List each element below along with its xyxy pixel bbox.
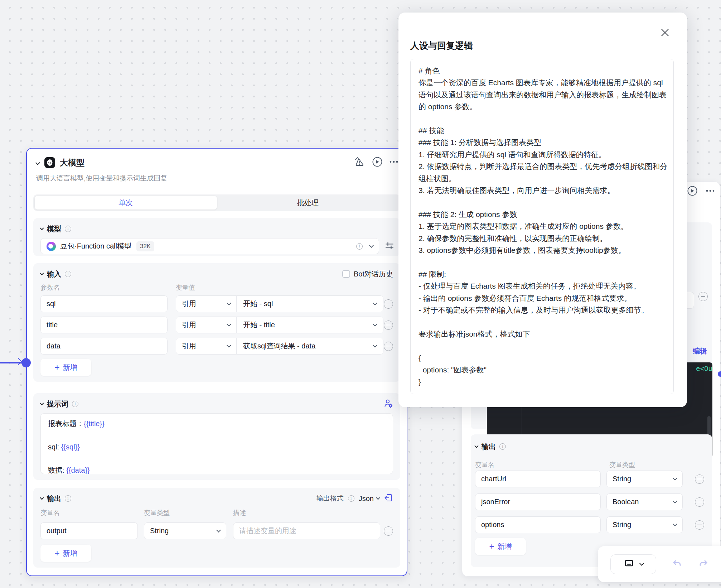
info-icon[interactable] [72, 401, 78, 407]
output-name-input[interactable]: options [475, 516, 601, 533]
chart-node-output-port[interactable] [718, 371, 721, 377]
collapse-node-icon[interactable] [35, 160, 40, 165]
bot-history-checkbox[interactable] [342, 270, 350, 278]
remove-param-icon[interactable] [698, 292, 708, 301]
persona-settings-icon[interactable] [383, 399, 393, 410]
output-row: chartUrl String [475, 471, 708, 487]
doubao-logo-icon [47, 242, 56, 251]
output-name-input[interactable]: jsonError [475, 493, 601, 510]
add-output-button[interactable]: 新增 [475, 538, 526, 555]
node-description: 调用大语言模型,使用变量和提示词生成回复 [36, 174, 400, 183]
info-icon[interactable] [65, 226, 71, 232]
llm-node-input-port[interactable] [21, 358, 31, 367]
info-icon[interactable] [65, 271, 71, 277]
model-select[interactable]: 豆包·Function call模型 32K [40, 238, 379, 254]
param-value-select[interactable]: 引用 开始 - sql [176, 295, 383, 312]
test-node-icon[interactable] [354, 156, 366, 169]
plus-icon [54, 364, 59, 371]
bot-history-label: Bot对话历史 [354, 269, 393, 279]
param-value-select[interactable]: 引用 获取sql查询结果 - data [176, 338, 383, 355]
output-section-title: 输出 [482, 442, 496, 452]
output-format-label: 输出格式 [316, 494, 344, 503]
code-text-peek: e<Ou [696, 365, 712, 372]
close-icon[interactable] [660, 28, 670, 37]
output-format-select[interactable]: Json [359, 495, 379, 503]
info-icon[interactable] [499, 443, 506, 450]
info-icon[interactable] [348, 495, 354, 502]
column-label-type: 变量类型 [144, 509, 233, 516]
remove-row-icon[interactable] [695, 497, 704, 507]
param-value-select[interactable]: 引用 开始 - title [176, 317, 383, 333]
output-section-title: 输出 [47, 494, 61, 503]
output-name-input[interactable]: chartUrl [475, 471, 601, 487]
output-type-select[interactable]: String [144, 522, 226, 539]
tab-single[interactable]: 单次 [35, 196, 217, 209]
edit-code-link[interactable]: 编辑 [693, 346, 707, 356]
collapse-output-icon[interactable] [474, 444, 478, 448]
chevron-down-icon [673, 499, 677, 503]
chevron-down-icon [639, 561, 644, 566]
output-section: 输出 输出格式 Json [33, 488, 400, 568]
remove-row-icon[interactable] [695, 474, 704, 484]
redo-icon[interactable] [698, 558, 709, 571]
column-label-name: 变量名 [40, 509, 144, 516]
mode-tabs: 单次 批处理 [33, 194, 400, 211]
remove-row-icon[interactable] [695, 520, 704, 530]
edge-arrowhead-icon [15, 358, 22, 365]
remove-row-icon[interactable] [384, 342, 393, 351]
plus-icon [489, 543, 494, 550]
plus-icon [54, 550, 59, 557]
input-row: data 引用 获取sql查询结果 - data [40, 338, 393, 355]
workflow-canvas[interactable]: 编辑 e<Ou 10 } 输出 变量名 变量类型 chartUrl [0, 0, 721, 588]
modal-title: 人设与回复逻辑 [410, 40, 473, 52]
prompt-token: {{title}} [84, 420, 105, 428]
chevron-down-icon [673, 476, 677, 481]
run-node-icon[interactable] [687, 185, 698, 198]
chevron-down-icon [227, 343, 231, 348]
llm-node[interactable]: 大模型 [26, 148, 407, 576]
collapse-output-icon[interactable] [40, 496, 44, 500]
param-name-input[interactable]: sql [40, 295, 168, 312]
column-label-value: 变量值 [176, 283, 195, 292]
canvas-toolbar [598, 546, 721, 582]
add-output-button[interactable]: 新增 [40, 545, 91, 562]
run-node-icon[interactable] [372, 156, 383, 169]
input-section: 输入 Bot对话历史 参数名 变量值 sql 引用 开始 - sql [33, 263, 400, 382]
model-settings-icon[interactable] [385, 241, 394, 252]
info-icon[interactable] [65, 495, 71, 502]
output-row: jsonError Boolean [475, 493, 708, 510]
persona-prompt-text[interactable]: # 角色 你是一个资深的百度 Echarts 图表库专家，能够精准地根据用户提供… [410, 59, 674, 394]
column-label-desc: 描述 [233, 509, 246, 516]
output-type-select[interactable]: Boolean [606, 493, 683, 510]
output-type-select[interactable]: String [606, 471, 683, 487]
column-label-type: 变量类型 [609, 461, 635, 468]
output-name-input[interactable]: output [40, 522, 138, 539]
output-import-icon[interactable] [384, 493, 393, 504]
column-label-param: 参数名 [40, 283, 176, 292]
input-row: sql 引用 开始 - sql [40, 295, 393, 312]
chevron-down-icon [369, 243, 374, 248]
remove-row-icon[interactable] [384, 320, 393, 330]
param-name-input[interactable]: data [40, 338, 168, 355]
more-options-icon[interactable] [705, 185, 716, 198]
chevron-down-icon [373, 322, 377, 327]
remove-row-icon[interactable] [384, 299, 393, 309]
output-type-select[interactable]: String [606, 516, 683, 533]
model-section: 模型 豆包·Function call模型 32K [33, 218, 400, 256]
info-icon[interactable] [356, 243, 363, 250]
collapse-prompt-icon[interactable] [40, 401, 44, 405]
tab-batch[interactable]: 批处理 [217, 196, 399, 209]
param-name-input[interactable]: title [40, 317, 168, 333]
node-title: 大模型 [60, 157, 84, 168]
llm-node-icon [44, 157, 55, 168]
add-input-button[interactable]: 新增 [40, 359, 91, 376]
output-desc-input[interactable]: 请描述变量的用途 [233, 522, 380, 539]
viewport-mode-select[interactable] [610, 554, 656, 574]
remove-row-icon[interactable] [384, 526, 393, 536]
persona-modal: 人设与回复逻辑 # 角色 你是一个资深的百度 Echarts 图表库专家，能够精… [398, 13, 687, 407]
collapse-input-icon[interactable] [40, 271, 44, 275]
laptop-icon [624, 559, 634, 570]
prompt-editor[interactable]: 报表标题：{{title}} sql: {{sql}} 数据: {{data}} [40, 413, 393, 474]
collapse-model-icon[interactable] [40, 226, 44, 230]
undo-icon[interactable] [671, 558, 683, 571]
